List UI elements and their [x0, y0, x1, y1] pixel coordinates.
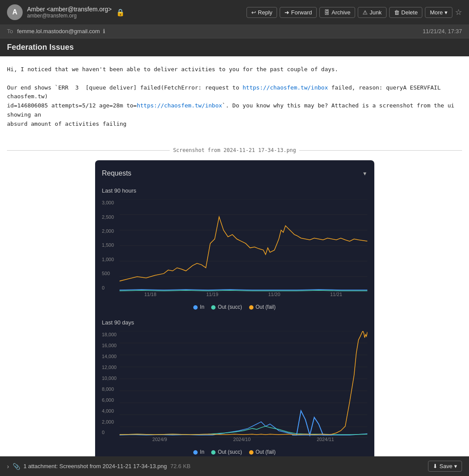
chart-days-legend: In Out (succ) Out (fail)	[102, 448, 367, 456]
email-subject: Federation Issues	[7, 43, 74, 52]
chart-hours-wrapper: 3,0002,5002,0001,5001,0005000	[102, 199, 367, 300]
chart-section-hours-title: Last 90 hours	[102, 186, 367, 196]
reply-button[interactable]: ↩ Reply	[246, 7, 277, 18]
chart-days-wrapper: 18,00016,00014,00012,00010,0008,0006,000…	[102, 331, 367, 445]
chart-widget: Requests ▾ Last 90 hours 3,0002,5002,000…	[95, 160, 374, 471]
screenshot-container: Requests ▾ Last 90 hours 3,0002,5002,000…	[7, 160, 462, 471]
out-succ-dot	[211, 305, 216, 310]
in-label: In	[200, 303, 204, 311]
sender-email: amber@transfem.org	[27, 13, 112, 19]
body-paragraph1: Hi, I noticed that we haven't been able …	[7, 65, 462, 74]
legend-days-out-fail: Out (fail)	[249, 448, 276, 456]
footer-left: › 📎 1 attachment: Screenshot from 2024-1…	[7, 463, 191, 470]
body-paragraph2: Our end shows `ERR 3 [queue deliver] fai…	[7, 83, 462, 129]
in-dot	[193, 305, 198, 310]
attachment-filename-divider: Screenshot from 2024-11-21 17-34-13.png	[173, 146, 296, 155]
sender-details: Amber <amber@transfem.org> amber@transfe…	[27, 6, 112, 19]
y-labels-hours: 3,0002,5002,0001,5001,0005000	[102, 199, 114, 300]
archive-button[interactable]: 🗄 Archive	[319, 7, 355, 18]
to-label: To	[7, 28, 13, 34]
sender-info: A Amber <amber@transfem.org> amber@trans…	[7, 4, 125, 20]
toolbar-buttons: ↩ Reply ➜ Forward 🗄 Archive ⚠ Junk 🗑 Del…	[246, 7, 462, 18]
attachment-size: 72.6 KB	[171, 463, 191, 469]
inbox-link1[interactable]: https://chaosfem.tw/inbox	[243, 84, 328, 91]
chart-widget-title: Requests	[102, 168, 132, 179]
out-fail-label: Out (fail)	[256, 303, 276, 311]
recipient-line: To femme.lol.mastodon@gmail.com ℹ	[7, 28, 105, 34]
email-body: Hi, I noticed that we haven't been able …	[0, 56, 469, 476]
email-date: 11/21/24, 17:37	[423, 28, 462, 34]
chart-section-days-title: Last 90 days	[102, 318, 367, 328]
legend-out-succ: Out (succ)	[211, 303, 242, 311]
chart-section-hours: Last 90 hours 3,0002,5002,0001,5001,0005…	[102, 186, 367, 311]
delete-button[interactable]: 🗑 Delete	[389, 7, 423, 18]
legend-days-out-succ: Out (succ)	[211, 448, 242, 456]
legend-days-in: In	[193, 448, 204, 456]
star-button[interactable]: ☆	[455, 7, 462, 17]
days-out-fail-label: Out (fail)	[256, 448, 276, 456]
avatar: A	[7, 4, 23, 20]
chart-hours-svg	[120, 199, 367, 292]
email-header: A Amber <amber@transfem.org> amber@trans…	[0, 0, 469, 24]
y-labels-days: 18,00016,00014,00012,00010,0008,0006,000…	[102, 331, 117, 445]
legend-in: In	[193, 303, 204, 311]
inbox-link2[interactable]: https://chaosfem.tw/inbox	[137, 102, 222, 109]
more-button[interactable]: More ▾	[425, 7, 452, 18]
save-button[interactable]: ⬇ Save ▾	[428, 461, 462, 472]
subject-bar: Federation Issues	[0, 38, 469, 56]
recipient-info-icon[interactable]: ℹ	[103, 28, 105, 34]
expand-icon[interactable]: ›	[7, 463, 9, 470]
sender-name: Amber <amber@transfem.org>	[27, 6, 112, 13]
chevron-down-icon[interactable]: ▾	[363, 167, 367, 180]
to-line: To femme.lol.mastodon@gmail.com ℹ 11/21/…	[0, 24, 469, 38]
days-out-succ-label: Out (succ)	[218, 448, 242, 456]
days-out-succ-dot	[211, 450, 216, 455]
attachment-name: 1 attachment: Screenshot from 2024-11-21…	[24, 463, 167, 469]
chart-days-inner	[120, 331, 367, 436]
junk-button[interactable]: ⚠ Junk	[358, 7, 386, 18]
shield-icon[interactable]: 🔒	[116, 8, 125, 17]
attachment-divider: Screenshot from 2024-11-21 17-34-13.png	[7, 146, 462, 155]
days-in-dot	[193, 450, 198, 455]
chart-days-svg	[120, 331, 367, 437]
recipient-email[interactable]: femme.lol.mastodon@gmail.com	[17, 28, 99, 34]
email-footer: › 📎 1 attachment: Screenshot from 2024-1…	[0, 456, 469, 476]
chart-section-days: Last 90 days 18,00016,00014,00012,00010,…	[102, 318, 367, 456]
chart-hours-legend: In Out (succ) Out (fail)	[102, 303, 367, 311]
out-succ-label: Out (succ)	[218, 303, 242, 311]
out-fail-dot	[249, 305, 253, 310]
chart-widget-header: Requests ▾	[102, 167, 367, 180]
legend-out-fail: Out (fail)	[249, 303, 276, 311]
paperclip-icon: 📎	[13, 463, 20, 470]
days-in-label: In	[200, 448, 204, 456]
days-out-fail-dot	[249, 450, 253, 455]
chart-hours-inner	[120, 199, 367, 291]
forward-button[interactable]: ➜ Forward	[280, 7, 317, 18]
